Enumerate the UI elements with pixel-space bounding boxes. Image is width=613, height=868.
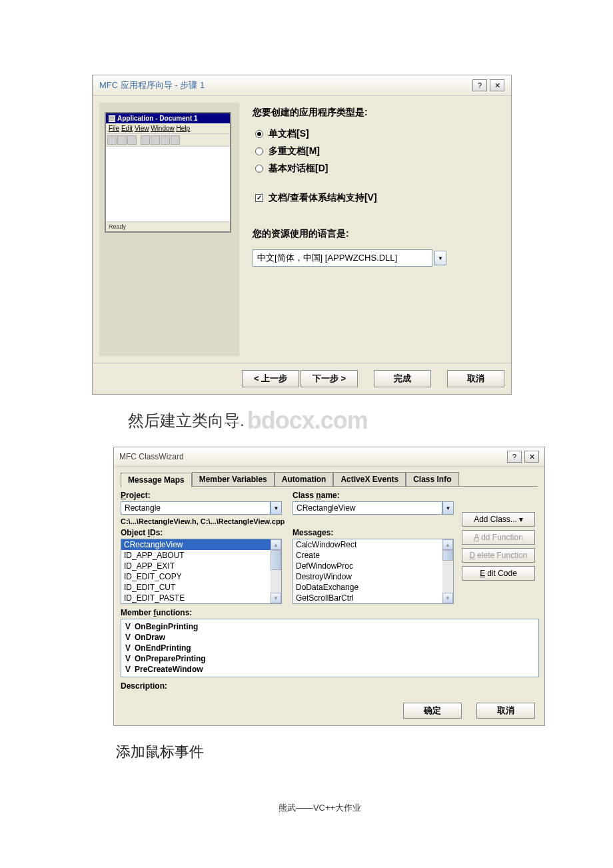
description-label: Description: — [121, 681, 454, 691]
add-class-button[interactable]: Add Class...▾ — [462, 512, 535, 527]
radio-dialog-based[interactable]: 基本对话框[D] — [255, 163, 503, 175]
preview-window-icon — [109, 115, 115, 122]
dialog2-title: MFC ClassWizard — [119, 452, 184, 461]
language-select[interactable]: 中文[简体，中国] [APPWZCHS.DLL] — [253, 249, 432, 267]
list-item[interactable]: VOnDraw — [124, 632, 536, 643]
classname-select[interactable]: CRectangleView — [293, 501, 442, 515]
tab-activex-events[interactable]: ActiveX Events — [333, 472, 406, 486]
list-item[interactable]: ID_EDIT_COPY — [121, 571, 271, 582]
dialog1-titlebar: MFC 应用程序向导 - 步骤 1 ? ✕ — [93, 75, 511, 96]
scroll-thumb[interactable] — [442, 550, 453, 561]
scroll-up-icon[interactable]: ▲ — [442, 539, 453, 550]
virtual-icon: V — [125, 643, 131, 653]
list-item[interactable]: CRectangleView — [121, 539, 271, 550]
add-function-button[interactable]: Add Function — [462, 530, 535, 545]
edit-code-button[interactable]: Edit Code — [462, 566, 535, 581]
preview-tool-icon — [141, 135, 150, 145]
messages-listbox[interactable]: CalcWindowRect Create DefWindowProc Dest… — [293, 539, 442, 603]
member-functions-listbox[interactable]: VOnBeginPrinting VOnDraw VOnEndPrinting … — [121, 619, 539, 677]
next-button[interactable]: 下一步 > — [301, 370, 358, 387]
dropdown-arrow-icon[interactable]: ▼ — [271, 501, 282, 515]
finish-button[interactable]: 完成 — [374, 370, 431, 387]
preview-menu-view: View — [135, 125, 149, 132]
memberfuncs-label: Member functions: — [121, 608, 454, 617]
virtual-icon: V — [125, 622, 131, 631]
scrollbar[interactable]: ▲ ▼ — [271, 539, 281, 603]
preview-tool-icon — [171, 135, 180, 145]
dialog2-titlebar: MFC ClassWizard ? ✕ — [114, 447, 544, 467]
preview-content-area — [106, 147, 230, 221]
list-item[interactable]: DoDataExchange — [293, 582, 442, 593]
project-label: Project: — [121, 491, 282, 500]
list-item[interactable]: VOnBeginPrinting — [124, 621, 536, 632]
member-name: OnPreparePrinting — [135, 654, 206, 663]
classwizard-tabs: Message Maps Member Variables Automation… — [121, 472, 538, 487]
ok-button[interactable]: 确定 — [403, 703, 462, 719]
close-button[interactable]: ✕ — [490, 79, 504, 91]
list-item[interactable]: VOnEndPrinting — [124, 643, 536, 653]
virtual-icon: V — [125, 654, 131, 663]
preview-menu-file: File — [109, 125, 119, 132]
scroll-down-icon[interactable]: ▼ — [442, 593, 453, 603]
checkbox-docview-support[interactable]: ✓ 文档/查看体系结构支持[V] — [255, 192, 503, 204]
tab-automation[interactable]: Automation — [275, 472, 334, 486]
checkbox-label: 文档/查看体系结构支持[V] — [269, 192, 377, 204]
help-button[interactable]: ? — [507, 451, 522, 463]
list-item[interactable]: DefWindowProc — [293, 561, 442, 571]
preview-menubar: File Edit View Window Help — [106, 123, 230, 134]
object-ids-listbox[interactable]: CRectangleView ID_APP_ABOUT ID_APP_EXIT … — [121, 539, 271, 603]
close-button[interactable]: ✕ — [524, 451, 539, 463]
radio-multi-document[interactable]: 多重文档[M] — [255, 145, 503, 157]
list-item[interactable]: CalcWindowRect — [293, 539, 442, 550]
app-type-question: 您要创建的应用程序类型是: — [253, 107, 503, 119]
list-item[interactable]: GetScrollBarCtrl — [293, 593, 442, 603]
list-item[interactable]: ID_APP_EXIT — [121, 561, 271, 571]
caption-then-classwizard: 然后建立类向导. bdocx.com — [128, 407, 613, 435]
radio-single-document[interactable]: 单文档[S] — [255, 128, 503, 140]
preview-statusbar: Ready — [106, 221, 230, 231]
tab-message-maps[interactable]: Message Maps — [121, 473, 192, 487]
scrollbar[interactable]: ▲ ▼ — [442, 539, 453, 603]
dropdown-arrow-icon: ▾ — [519, 515, 523, 524]
preview-menu-help: Help — [177, 125, 191, 132]
preview-tool-icon — [107, 135, 117, 145]
preview-titlebar: Application - Document 1 — [106, 113, 230, 123]
scroll-up-icon[interactable]: ▲ — [271, 539, 281, 550]
list-item[interactable]: DestroyWindow — [293, 571, 442, 582]
scroll-down-icon[interactable]: ▼ — [271, 593, 281, 603]
preview-mockup-window: Application - Document 1 File Edit View … — [105, 112, 231, 233]
cancel-button[interactable]: 取消 — [447, 370, 504, 387]
mfc-classwizard-dialog: MFC ClassWizard ? ✕ Message Maps Member … — [113, 447, 545, 726]
help-button[interactable]: ? — [472, 79, 487, 91]
preview-menu-window: Window — [151, 125, 175, 132]
member-name: OnEndPrinting — [135, 643, 191, 653]
tab-member-variables[interactable]: Member Variables — [192, 472, 275, 486]
dropdown-arrow-icon[interactable]: ▼ — [442, 501, 454, 515]
list-item[interactable]: ID_EDIT_PASTE — [121, 593, 271, 603]
messages-label: Messages: — [293, 528, 454, 537]
preview-tool-icon — [161, 135, 170, 145]
watermark-text: bdocx.com — [247, 407, 368, 435]
member-name: OnBeginPrinting — [135, 622, 198, 631]
classname-label: Class name: — [293, 491, 454, 500]
back-button[interactable]: < 上一步 — [242, 370, 299, 387]
list-item[interactable]: ID_APP_ABOUT — [121, 550, 271, 561]
list-item[interactable]: Create — [293, 550, 442, 561]
dropdown-arrow-icon[interactable]: ▼ — [434, 251, 446, 265]
project-select[interactable]: Rectangle — [121, 501, 271, 515]
list-item[interactable]: VPreCreateWindow — [124, 664, 536, 675]
virtual-icon: V — [125, 633, 131, 642]
checkbox-icon: ✓ — [255, 194, 263, 202]
cancel-button[interactable]: 取消 — [476, 703, 535, 719]
list-item[interactable]: VOnPreparePrinting — [124, 653, 536, 664]
member-name: PreCreateWindow — [135, 665, 203, 674]
tab-class-info[interactable]: Class Info — [406, 472, 458, 486]
preview-tool-icon — [127, 135, 137, 145]
scroll-thumb[interactable] — [271, 550, 281, 570]
objectids-label: Object IDs: — [121, 528, 282, 537]
preview-menu-edit: Edit — [121, 125, 133, 132]
radio-icon — [255, 165, 263, 173]
dialog1-title: MFC 应用程序向导 - 步骤 1 — [99, 79, 205, 91]
delete-function-button[interactable]: Delete Function — [462, 548, 535, 563]
list-item[interactable]: ID_EDIT_CUT — [121, 582, 271, 593]
